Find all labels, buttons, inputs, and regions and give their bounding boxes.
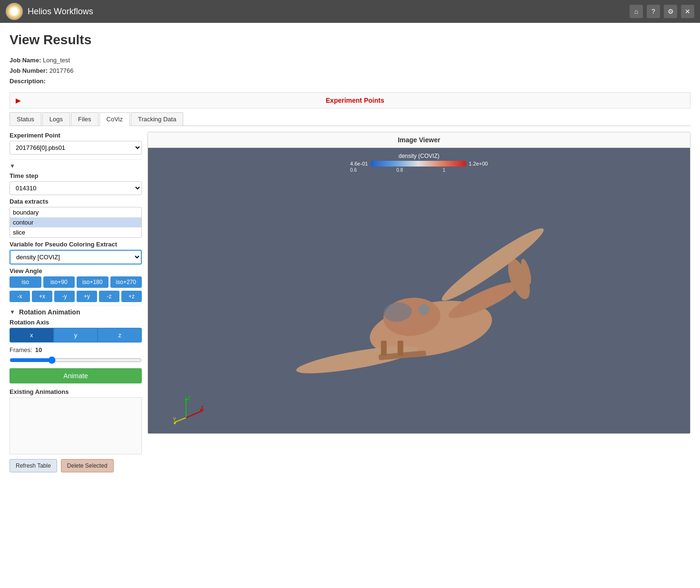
data-extracts-list[interactable]: boundary contour slice bbox=[10, 207, 142, 238]
color-bar-label: density (COVIZ) bbox=[350, 153, 488, 159]
svg-text:Y: Y bbox=[173, 416, 177, 422]
right-panel: Image Viewer density (COVIZ) 4.6e-01 1.2… bbox=[148, 132, 690, 472]
colorbar-tick-0: 4.6e-01 bbox=[350, 161, 368, 167]
job-name-value: Long_test bbox=[43, 57, 70, 64]
angle-iso180[interactable]: iso+180 bbox=[77, 276, 108, 288]
frames-label: Frames: bbox=[10, 346, 32, 353]
rotation-section-label: Rotation Animation bbox=[19, 308, 80, 316]
header-left: Helios Workflows bbox=[6, 3, 93, 20]
svg-point-10 bbox=[418, 304, 430, 315]
svg-text:X: X bbox=[200, 405, 204, 411]
time-step-section: Time step 014310 bbox=[10, 172, 142, 195]
svg-rect-9 bbox=[381, 341, 387, 356]
image-viewer-section-header[interactable]: ▼ bbox=[10, 159, 142, 172]
data-extracts-label: Data extracts bbox=[10, 198, 142, 205]
tab-tracking-data[interactable]: Tracking Data bbox=[131, 112, 183, 126]
tab-coviz[interactable]: CoViz bbox=[99, 112, 130, 126]
angle-pos-x[interactable]: +x bbox=[32, 291, 52, 302]
variable-label: Variable for Pseudo Coloring Extract bbox=[10, 241, 142, 248]
frames-section: Frames: 10 bbox=[10, 346, 142, 365]
extract-boundary[interactable]: boundary bbox=[10, 207, 141, 217]
axis-x-button[interactable]: x bbox=[10, 328, 54, 343]
axis-y-button[interactable]: y bbox=[54, 328, 98, 343]
data-extracts-section: Data extracts boundary contour slice bbox=[10, 198, 142, 238]
frames-row: Frames: 10 bbox=[10, 346, 142, 353]
delete-selected-button[interactable]: Delete Selected bbox=[61, 459, 114, 472]
time-step-select[interactable]: 014310 bbox=[10, 181, 142, 195]
helicopter-visualization bbox=[172, 176, 680, 414]
tabs-bar: Status Logs Files CoViz Tracking Data bbox=[10, 112, 690, 126]
angle-iso[interactable]: iso bbox=[10, 276, 41, 288]
refresh-table-button[interactable]: Refresh Table bbox=[10, 459, 57, 472]
angle-pos-z[interactable]: +z bbox=[121, 291, 142, 302]
axis-z-button[interactable]: z bbox=[98, 328, 142, 343]
view-angle-section: View Angle iso iso+90 iso+180 iso+270 -x… bbox=[10, 267, 142, 302]
svg-rect-8 bbox=[398, 341, 404, 356]
frames-slider[interactable] bbox=[10, 356, 142, 364]
experiment-bar: ▶ Experiment Points bbox=[10, 92, 690, 108]
tab-status[interactable]: Status bbox=[10, 112, 41, 126]
settings-button[interactable]: ⚙ bbox=[664, 5, 677, 18]
app-header: Helios Workflows ⌂ ? ⚙ ✕ bbox=[0, 0, 700, 23]
left-panel: Experiment Point 2017766[0].pbs01 ▼ Time… bbox=[10, 132, 142, 472]
job-number-value: 2017766 bbox=[49, 67, 74, 74]
color-bar: density (COVIZ) 4.6e-01 1.2e+00 0.6 0.8 … bbox=[350, 153, 488, 173]
experiment-point-label: Experiment Point bbox=[10, 132, 142, 139]
animate-button[interactable]: Animate bbox=[10, 368, 142, 383]
home-button[interactable]: ⌂ bbox=[630, 5, 643, 18]
view-angle-row2: -x +x -y +y -z +z bbox=[10, 291, 142, 302]
tick-1: 0.6 bbox=[350, 167, 357, 173]
frames-slider-container bbox=[10, 356, 142, 365]
rotation-axis-label: Rotation Axis bbox=[10, 319, 142, 326]
image-viewer: Image Viewer density (COVIZ) 4.6e-01 1.2… bbox=[148, 132, 690, 434]
help-button[interactable]: ? bbox=[647, 5, 660, 18]
close-button[interactable]: ✕ bbox=[681, 5, 694, 18]
angle-neg-y[interactable]: -y bbox=[54, 291, 75, 302]
job-name-label: Job Name: bbox=[10, 57, 41, 64]
view-angle-row1: iso iso+90 iso+180 iso+270 bbox=[10, 276, 142, 288]
svg-text:Z: Z bbox=[187, 396, 191, 401]
time-step-label: Time step bbox=[10, 172, 142, 179]
experiment-bar-title: Experiment Points bbox=[26, 97, 684, 104]
variable-select[interactable]: density [COVIZ] bbox=[10, 250, 142, 265]
rotation-axis-section: Rotation Axis x y z bbox=[10, 319, 142, 343]
image-viewer-header: Image Viewer bbox=[148, 132, 690, 148]
experiment-point-section: Experiment Point 2017766[0].pbs01 bbox=[10, 132, 142, 155]
app-logo bbox=[6, 3, 23, 20]
color-bar-scale: 4.6e-01 1.2e+00 bbox=[350, 161, 488, 167]
existing-animations-label: Existing Animations bbox=[10, 388, 142, 395]
helicopter-svg bbox=[172, 176, 680, 414]
tab-logs[interactable]: Logs bbox=[42, 112, 70, 126]
page-title: View Results bbox=[10, 32, 690, 48]
existing-animations-area bbox=[10, 397, 142, 454]
angle-neg-x[interactable]: -x bbox=[10, 291, 30, 302]
frames-value: 10 bbox=[35, 346, 42, 353]
axes-indicator: Z X Y bbox=[172, 396, 205, 426]
variable-section: Variable for Pseudo Coloring Extract den… bbox=[10, 241, 142, 265]
exp-arrow-icon[interactable]: ▶ bbox=[16, 97, 21, 104]
tick-2: 0.8 bbox=[396, 167, 403, 173]
job-info: Job Name: Long_test Job Number: 2017766 … bbox=[10, 55, 690, 87]
main-content: View Results Job Name: Long_test Job Num… bbox=[0, 23, 700, 588]
color-bar-ticks: 0.6 0.8 1 bbox=[350, 167, 445, 173]
angle-pos-y[interactable]: +y bbox=[77, 291, 97, 302]
job-number-label: Job Number: bbox=[10, 67, 48, 74]
header-icons: ⌂ ? ⚙ ✕ bbox=[630, 5, 694, 18]
rotation-axis-buttons: x y z bbox=[10, 328, 142, 343]
colorbar-tick-4: 1.2e+00 bbox=[469, 161, 488, 167]
svg-line-15 bbox=[186, 411, 203, 418]
experiment-point-select[interactable]: 2017766[0].pbs01 bbox=[10, 141, 142, 155]
app-title: Helios Workflows bbox=[28, 7, 93, 17]
axes-svg: Z X Y bbox=[172, 396, 205, 425]
extract-contour[interactable]: contour bbox=[10, 217, 141, 227]
tab-files[interactable]: Files bbox=[71, 112, 98, 126]
extract-slice[interactable]: slice bbox=[10, 227, 141, 237]
angle-neg-z[interactable]: -z bbox=[99, 291, 119, 302]
angle-iso270[interactable]: iso+270 bbox=[110, 276, 142, 288]
color-bar-gradient bbox=[371, 161, 466, 167]
bottom-buttons: Refresh Table Delete Selected bbox=[10, 459, 142, 472]
angle-iso90[interactable]: iso+90 bbox=[43, 276, 75, 288]
job-desc-label: Description: bbox=[10, 78, 46, 85]
rotation-section-header[interactable]: ▼ Rotation Animation bbox=[10, 305, 142, 319]
tick-3: 1 bbox=[443, 167, 445, 173]
